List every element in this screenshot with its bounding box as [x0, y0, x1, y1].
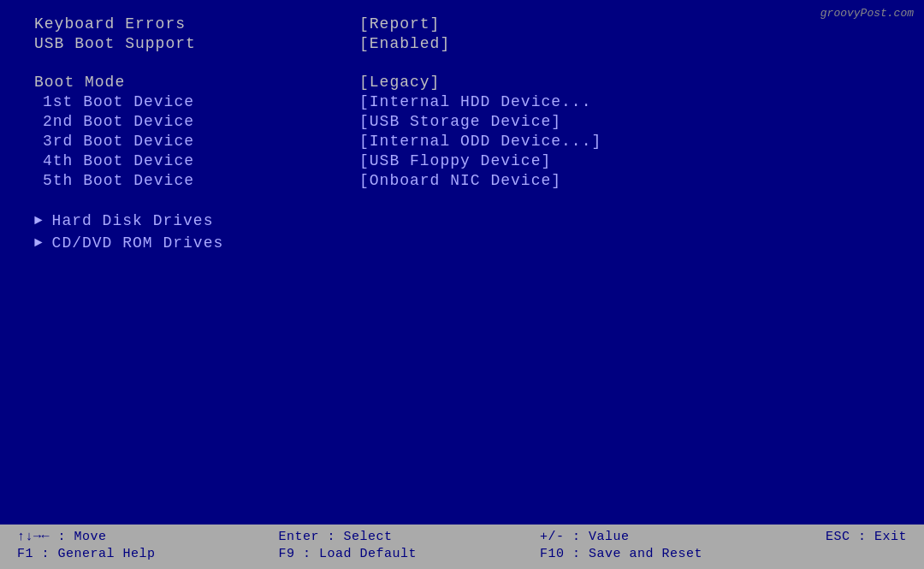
footer-value: +/- : Value [540, 530, 702, 544]
boot-device-2-value: [USB Storage Device] [359, 113, 561, 130]
footer-move: ↑↓→← : Move [17, 530, 156, 544]
usb-boot-support-row: USB Boot Support [Enabled] [34, 35, 890, 52]
usb-boot-support-label: USB Boot Support [34, 35, 196, 52]
boot-mode-row: Boot Mode [Legacy] [34, 74, 890, 91]
cdvd-arrow-icon: ► [34, 235, 44, 251]
drives-section: ► Hard Disk Drives ► CD/DVD ROM Drives [34, 212, 890, 252]
boot-device-2-label: 2nd Boot Device [34, 113, 194, 130]
boot-mode-label: Boot Mode [34, 74, 125, 91]
usb-boot-support-value: [Enabled] [359, 35, 450, 52]
boot-device-row-1[interactable]: 1st Boot Device [Internal HDD Device... [34, 93, 890, 110]
cdvd-rom-drives-label: CD/DVD ROM Drives [52, 234, 224, 252]
cdvd-rom-drives-item[interactable]: ► CD/DVD ROM Drives [34, 234, 890, 252]
keyboard-errors-row: Keyboard Errors [Report] [34, 15, 890, 33]
footer-save-reset: F10 : Save and Reset [540, 547, 702, 561]
footer-exit: ESC : Exit [826, 530, 907, 544]
keyboard-errors-value: [Report] [359, 15, 440, 33]
boot-device-4-value: [USB Floppy Device] [359, 152, 551, 169]
footer-load-default: F9 : Load Default [278, 547, 417, 561]
boot-device-3-label: 3rd Boot Device [34, 133, 194, 150]
boot-device-3-value: [Internal ODD Device...] [359, 133, 601, 150]
keyboard-errors-label: Keyboard Errors [34, 15, 186, 33]
footer-col2: Enter : Select F9 : Load Default [278, 530, 417, 561]
boot-device-1-label: 1st Boot Device [34, 93, 194, 110]
boot-device-5-value: [Onboard NIC Device] [359, 172, 561, 189]
hard-disk-drives-label: Hard Disk Drives [52, 212, 214, 229]
footer-general-help: F1 : General Help [17, 547, 156, 561]
footer-col4: ESC : Exit [826, 530, 907, 547]
boot-device-row-4[interactable]: 4th Boot Device [USB Floppy Device] [34, 152, 890, 169]
bottom-bar: ↑↓→← : Move F1 : General Help Enter : Se… [0, 525, 924, 569]
boot-device-row-3[interactable]: 3rd Boot Device [Internal ODD Device...] [34, 133, 890, 150]
watermark: groovyPost.com [820, 7, 914, 20]
footer-col1: ↑↓→← : Move F1 : General Help [17, 530, 156, 561]
footer-select: Enter : Select [278, 530, 417, 544]
bios-screen: groovyPost.com Keyboard Errors [Report] … [0, 0, 924, 569]
boot-device-1-value: [Internal HDD Device... [359, 93, 591, 110]
boot-mode-value: [Legacy] [359, 74, 440, 91]
boot-device-5-label: 5th Boot Device [34, 172, 194, 189]
boot-device-4-label: 4th Boot Device [34, 152, 194, 169]
main-content: Keyboard Errors [Report] USB Boot Suppor… [0, 0, 924, 525]
footer-col3: +/- : Value F10 : Save and Reset [540, 530, 702, 561]
hard-disk-drives-item[interactable]: ► Hard Disk Drives [34, 212, 890, 229]
hard-disk-arrow-icon: ► [34, 213, 44, 228]
boot-device-row-5[interactable]: 5th Boot Device [Onboard NIC Device] [34, 172, 890, 189]
boot-device-row-2[interactable]: 2nd Boot Device [USB Storage Device] [34, 113, 890, 130]
